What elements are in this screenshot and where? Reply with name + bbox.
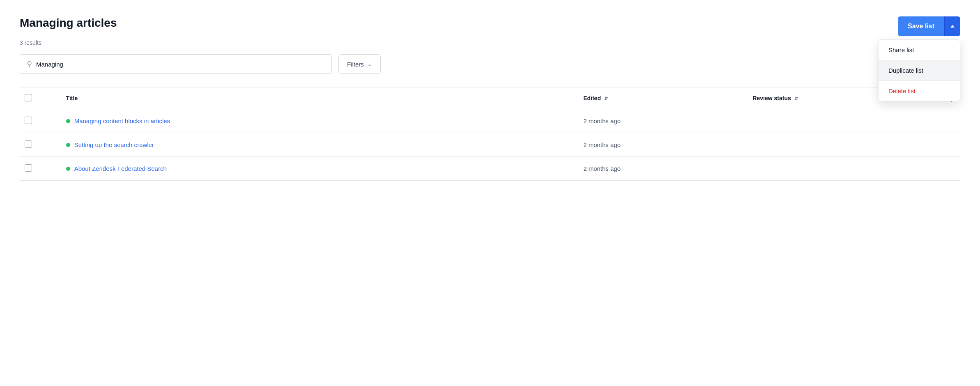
save-list-dropdown-button[interactable] [944,16,960,36]
dropdown-menu: Share list Duplicate list Delete list [878,39,960,101]
status-dot-1 [66,119,70,123]
row-checkbox-cell-1 [20,109,61,133]
row-2-checkbox[interactable] [25,140,32,148]
row-checkbox-cell-2 [20,133,61,157]
page-title: Managing articles [20,16,117,30]
row-actions-cell-3 [917,157,960,181]
delete-list-item[interactable]: Delete list [879,81,960,101]
search-icon: ⚲ [27,60,32,69]
save-list-button[interactable]: Save list [898,16,944,36]
search-box: ⚲ [20,54,332,74]
row-title-cell-1: Managing content blocks in articles [61,109,579,133]
table-row: About Zendesk Federated Search 2 months … [20,157,960,181]
select-all-checkbox[interactable] [25,94,32,101]
filters-label: Filters [347,61,364,68]
article-link-1[interactable]: Managing content blocks in articles [74,117,170,124]
duplicate-list-item[interactable]: Duplicate list [879,60,960,80]
share-list-item[interactable]: Share list [879,40,960,60]
chevron-up-icon [950,25,955,28]
row-actions-cell-1 [917,109,960,133]
row-checkbox-cell-3 [20,157,61,181]
row-edited-cell-3: 2 months ago [578,157,748,181]
status-dot-3 [66,167,70,171]
table-header: Title Edited ⇵ Review status ⇵ ⋮ [20,87,960,109]
header-row: Managing articles Save list Share list D… [20,16,960,36]
article-link-2[interactable]: Setting up the search crawler [74,141,154,148]
toolbar-right: Save list Share list Duplicate list Dele… [898,16,960,36]
chevron-down-icon: ⌄ [367,61,372,67]
title-column-header: Title [61,87,579,109]
row-edited-cell-2: 2 months ago [578,133,748,157]
table-body: Managing content blocks in articles 2 mo… [20,109,960,181]
table-row: Setting up the search crawler 2 months a… [20,133,960,157]
row-review-cell-1 [748,109,917,133]
filters-button[interactable]: Filters ⌄ [338,54,381,74]
status-dot-2 [66,143,70,147]
row-title-cell-2: Setting up the search crawler [61,133,579,157]
search-filter-row: ⚲ Filters ⌄ [20,54,960,74]
page-wrapper: Managing articles Save list Share list D… [0,0,980,197]
review-sort-icon: ⇵ [794,96,798,101]
row-edited-cell-1: 2 months ago [578,109,748,133]
search-input[interactable] [36,61,325,68]
row-actions-cell-2 [917,133,960,157]
article-link-3[interactable]: About Zendesk Federated Search [74,165,167,172]
row-review-cell-2 [748,133,917,157]
articles-table: Title Edited ⇵ Review status ⇵ ⋮ [20,87,960,181]
edited-sort-icon: ⇵ [604,96,608,101]
row-review-cell-3 [748,157,917,181]
select-all-header [20,87,61,109]
table-row: Managing content blocks in articles 2 mo… [20,109,960,133]
row-3-checkbox[interactable] [25,164,32,172]
edited-column-header[interactable]: Edited ⇵ [578,87,748,109]
row-title-cell-3: About Zendesk Federated Search [61,157,579,181]
results-count: 3 results [20,39,960,46]
row-1-checkbox[interactable] [25,117,32,124]
